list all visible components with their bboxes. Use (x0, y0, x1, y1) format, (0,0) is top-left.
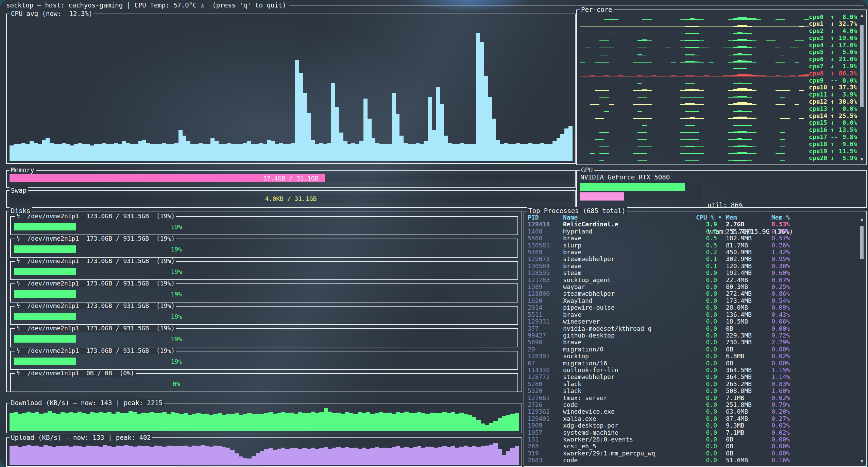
history-bar (500, 144, 504, 161)
process-scrollbar[interactable]: ▲ ▼ (859, 217, 865, 464)
process-row[interactable]: 99427github-desktop0.0229.3MB0.72% (528, 332, 857, 339)
process-row[interactable]: 130584brave0.1120.3MB0.38% (528, 263, 857, 270)
gpu-util-gauge (580, 183, 702, 191)
process-row[interactable]: 20migration/00.00B0.00% (528, 346, 857, 353)
process-row[interactable]: 1408Hyprland0.6255.7MB0.80% (528, 228, 857, 235)
spark-bar (699, 118, 704, 119)
history-bar (532, 144, 537, 161)
scroll-up-icon[interactable]: ▲ (861, 217, 863, 222)
history-bar (239, 144, 243, 161)
process-row[interactable]: 5280slack0.0265.2MB0.83% (528, 381, 857, 387)
scroll-down-icon[interactable]: ▼ (861, 157, 863, 162)
process-row[interactable]: 129331wineserver0.018.5MB0.06% (528, 318, 857, 325)
spark-bar (780, 139, 785, 140)
history-bar (464, 144, 468, 161)
process-row[interactable]: 5568brave0.5182.9MB0.57% (528, 235, 857, 242)
core-trend-icon: -- (831, 133, 837, 140)
gpu-util-fill (580, 183, 685, 191)
process-row[interactable]: 1620Xwayland0.0173.4MB0.54% (528, 297, 857, 304)
process-row[interactable]: 1909xdg-desktop-por0.09.3MB0.03% (528, 422, 857, 429)
memory-panel: Memory 17.4GB / 31.1GB (6, 170, 576, 188)
process-row[interactable]: 128391socktop0.06.8MB0.02% (528, 353, 857, 360)
process-row[interactable]: 131kworker/26:0-events0.00B0.00% (528, 436, 857, 443)
process-row[interactable]: 265scsi_eh_50.00B0.00% (528, 443, 857, 450)
spark-bar (695, 153, 699, 154)
history-bar (174, 143, 178, 161)
process-pid: 128800 (528, 290, 563, 297)
spark-bar (728, 139, 733, 140)
process-mem-percent: 0.09% (771, 304, 857, 311)
history-bar (275, 144, 279, 161)
process-row[interactable]: 1989waybar0.080.3MB0.25% (528, 283, 857, 290)
process-row[interactable]: 5469brave0.2450.9MB1.42% (528, 249, 857, 256)
mem-column-header[interactable]: Mem (726, 214, 771, 221)
spark-bar (733, 153, 737, 154)
process-row[interactable]: 129362winedevice.exe0.063.0MB0.20% (528, 408, 857, 415)
disk-title: ϟ /dev/nvme2n1p1 173.0GB / 931.5GB (19%) (15, 325, 176, 332)
spark-bar (695, 160, 699, 161)
process-name: scsi_eh_5 (563, 443, 696, 450)
process-row[interactable]: 130581slurp0.581.7MB0.26% (528, 242, 857, 249)
process-row[interactable]: 377nvidia-modeset/kthread_q0.00B0.00% (528, 325, 857, 332)
process-name: socktop (563, 353, 696, 360)
process-row[interactable]: 1057systemd-machine0.07.1MB0.02% (528, 429, 857, 436)
scroll-up-icon[interactable]: ▲ (861, 13, 863, 18)
spark-bar (699, 146, 704, 147)
process-row[interactable]: 114330outlook-for-lin0.0364.5MB1.15% (528, 367, 857, 374)
history-bar (548, 144, 552, 161)
name-column-header[interactable]: Name (563, 214, 696, 221)
spark-bar (766, 40, 771, 41)
spark-bar (685, 139, 690, 140)
cpu-column-header[interactable]: CPU % • (696, 214, 726, 221)
scrollbar-track[interactable] (860, 222, 864, 459)
process-cpu: 0.0 (696, 270, 726, 276)
scroll-down-icon[interactable]: ▼ (861, 459, 863, 464)
core-trend-icon: -- (831, 77, 837, 84)
process-row[interactable]: 2726code0.0251.8MB0.79% (528, 401, 857, 408)
process-row[interactable]: 129401xalia.exe0.087.4MB0.27% (528, 415, 857, 422)
process-row[interactable]: 128800steamwebhelper0.0272.4MB0.86% (528, 290, 857, 297)
process-row[interactable]: 5320slack0.0508.8MB1.60% (528, 387, 857, 394)
process-row[interactable]: 67migration/160.00B0.00% (528, 360, 857, 367)
process-row[interactable]: 127661tmux: server0.07.1MB0.02% (528, 395, 857, 401)
process-row[interactable]: 5511brave0.0136.4MB0.43% (528, 311, 857, 318)
spark-bar (733, 18, 737, 20)
spark-bar (780, 90, 785, 90)
scrollbar-thumb[interactable] (860, 25, 864, 107)
spark-bar (647, 40, 652, 41)
scrollbar-thumb[interactable] (860, 226, 864, 259)
process-row[interactable]: 2014pipewire-pulse0.028.0MB0.09% (528, 304, 857, 311)
process-row[interactable]: 129418RelicCardinal.e3.92.7GB8.53% (528, 221, 857, 228)
history-bar (114, 143, 118, 161)
history-bar (363, 99, 368, 161)
spark-bar (728, 27, 733, 27)
history-bar (442, 446, 446, 465)
spark-bar (737, 39, 742, 41)
disk-box: ϟ /dev/nvme1n1p1 0B / 0B (0%)0% (10, 373, 518, 392)
core-percent: 5.6% (837, 48, 857, 55)
history-bar (421, 413, 425, 431)
spark-bar (685, 47, 690, 48)
history-bar (102, 143, 106, 161)
process-name: wineserver (563, 318, 696, 325)
spark-bar (709, 62, 714, 63)
mem-percent-column-header[interactable]: Mem % (771, 214, 857, 221)
spark-bar (780, 55, 785, 55)
process-row[interactable]: 129073steamwebhelper0.1302.9MB0.95% (528, 256, 857, 262)
process-pid: 128595 (528, 270, 563, 276)
percore-scrollbar[interactable]: ▲ ▼ (859, 13, 865, 162)
history-bar (447, 413, 451, 431)
spark-bar (742, 46, 747, 48)
process-row[interactable]: 5690brave0.0730.3MB2.29% (528, 339, 857, 346)
process-mem: 450.9MB (726, 249, 771, 256)
pid-column-header[interactable]: PID (528, 214, 563, 221)
history-bar (264, 449, 268, 465)
process-row[interactable]: 128772steamwebhelper0.0364.5MB1.14% (528, 374, 857, 380)
process-cpu: 0.5 (696, 242, 726, 249)
scrollbar-track[interactable] (860, 18, 864, 157)
process-row[interactable]: 128595steam0.0192.4MB0.60% (528, 270, 857, 276)
process-row[interactable]: 319kworker/29:1-mm_percpu_wq0.00B0.00% (528, 450, 857, 457)
history-bar (184, 446, 188, 465)
process-row[interactable]: 2683code0.051.6MB0.16% (528, 457, 857, 464)
process-row[interactable]: 121783socktop_agent0.022.4MB0.07% (528, 277, 857, 283)
